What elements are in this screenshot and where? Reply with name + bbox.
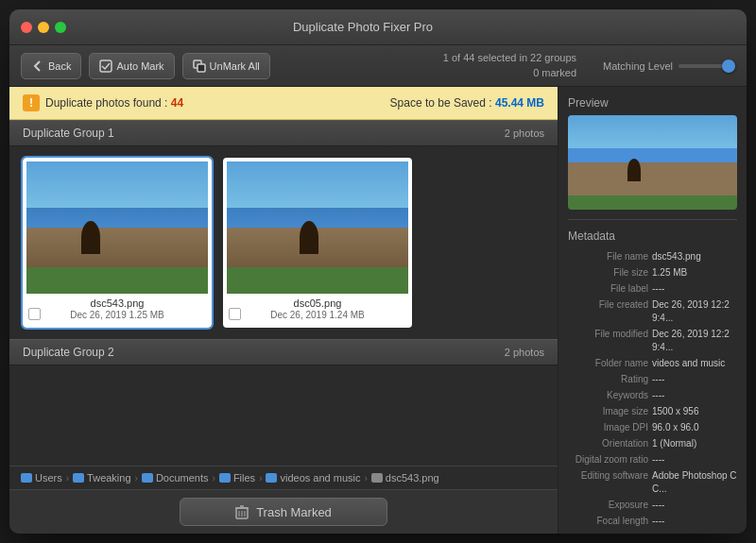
minimize-button[interactable] (38, 22, 49, 33)
breadcrumb-tweaking[interactable]: Tweaking (73, 472, 130, 484)
folder-icon (142, 473, 153, 483)
metadata-row: Orientation 1 (Normal) (568, 437, 737, 450)
back-icon (31, 59, 44, 73)
metadata-row: File created Dec 26, 2019 12:29:4... (568, 298, 737, 325)
meta-key: Folder name (568, 357, 648, 370)
meta-key: Digital zoom ratio (568, 453, 648, 467)
selection-info: 1 of 44 selected in 22 groups 0 marked (443, 51, 576, 80)
meta-value: dsc543.png (652, 250, 701, 263)
photo-card-2[interactable]: dsc05.png Dec 26, 2019 1.24 MB (223, 158, 412, 328)
photo-image-1 (26, 161, 208, 294)
left-panel: ! Duplicate photos found : 44 Space to b… (9, 87, 558, 534)
file-icon (371, 473, 383, 483)
close-button[interactable] (21, 22, 32, 33)
metadata-row: File label ---- (568, 282, 737, 296)
meta-key: File modified (568, 328, 648, 341)
unmark-icon (193, 59, 206, 73)
preview-label: Preview (568, 96, 737, 110)
slider-thumb[interactable] (722, 59, 735, 73)
metadata-row: File modified Dec 26, 2019 12:29:4... (568, 328, 737, 354)
meta-key: Image size (568, 405, 648, 418)
photo-card-1[interactable]: dsc543.png Dec 26, 2019 1.25 MB (23, 158, 212, 328)
back-button[interactable]: Back (21, 53, 81, 79)
auto-mark-icon (99, 59, 112, 73)
fullscreen-button[interactable] (55, 22, 66, 33)
traffic-lights (21, 22, 66, 33)
matching-level-slider[interactable] (679, 64, 735, 68)
meta-key: File label (568, 282, 648, 296)
meta-key: Focal length (568, 515, 648, 528)
metadata-row: Editing software Adobe Photoshop CC... (568, 469, 737, 496)
breadcrumb-files[interactable]: Files (219, 472, 255, 484)
meta-value: ---- (652, 499, 664, 512)
trash-icon (235, 504, 249, 519)
unmark-all-button[interactable]: UnMark All (182, 53, 270, 79)
right-panel: Preview Metadata File name dsc543.png Fi… (558, 87, 747, 534)
meta-value: videos and music (652, 357, 725, 370)
breadcrumb: Users › Tweaking › Documents › Files › (9, 466, 558, 489)
meta-value: 1 (Normal) (652, 437, 696, 450)
metadata-row: File name dsc543.png (568, 250, 737, 263)
meta-value: ---- (652, 389, 664, 402)
preview-image (568, 115, 737, 210)
main-content: ! Duplicate photos found : 44 Space to b… (9, 87, 747, 534)
svg-rect-0 (100, 60, 112, 72)
warning-icon: ! (23, 94, 40, 111)
duplicate-count-label: Duplicate photos found : 44 (45, 96, 183, 110)
metadata-rows: File name dsc543.png File size 1.25 MB F… (568, 250, 737, 528)
photo-scroll-area[interactable]: Duplicate Group 1 2 photos (9, 120, 558, 466)
meta-value: Dec 26, 2019 12:29:4... (652, 328, 737, 354)
metadata-row: Rating ---- (568, 373, 737, 386)
meta-key: File name (568, 250, 648, 263)
metadata-row: Focal length ---- (568, 515, 737, 528)
space-saved-label: Space to be Saved : 45.44 MB (390, 96, 544, 110)
metadata-row: Image size 1500 x 956 (568, 405, 737, 418)
meta-key: Editing software (568, 469, 648, 483)
meta-value: ---- (652, 453, 664, 467)
metadata-row: File size 1.25 MB (568, 266, 737, 280)
meta-key: Rating (568, 373, 648, 386)
svg-rect-2 (198, 64, 205, 72)
group-header-2: Duplicate Group 2 2 photos (9, 339, 558, 365)
folder-icon (266, 473, 277, 483)
meta-value: Adobe Photoshop CC... (652, 469, 737, 496)
group-header-1: Duplicate Group 1 2 photos (9, 120, 558, 146)
metadata-row: Image DPI 96.0 x 96.0 (568, 421, 737, 434)
metadata-row: Folder name videos and music (568, 357, 737, 370)
breadcrumb-users[interactable]: Users (21, 472, 62, 484)
auto-mark-button[interactable]: Auto Mark (89, 53, 174, 79)
meta-value: Dec 26, 2019 12:29:4... (652, 298, 737, 325)
stats-bar: ! Duplicate photos found : 44 Space to b… (9, 87, 558, 120)
breadcrumb-file[interactable]: dsc543.png (371, 472, 439, 484)
trash-bar: Trash Marked (9, 489, 558, 534)
meta-key: Exposure (568, 499, 648, 512)
metadata-row: Digital zoom ratio ---- (568, 453, 737, 467)
meta-key: Image DPI (568, 421, 648, 434)
photo-checkbox-2[interactable] (229, 308, 241, 320)
meta-key: File created (568, 298, 648, 312)
breadcrumb-documents[interactable]: Documents (142, 472, 209, 484)
metadata-label: Metadata (568, 229, 737, 243)
folder-icon (73, 473, 84, 483)
metadata-row: Exposure ---- (568, 499, 737, 512)
photo-checkbox-1[interactable] (28, 308, 41, 320)
preview-section: Preview (558, 87, 747, 219)
metadata-row: Keywords ---- (568, 389, 737, 402)
meta-value: 1.25 MB (652, 266, 687, 280)
meta-value: ---- (652, 282, 664, 296)
meta-key: File size (568, 266, 648, 280)
photo-grid-1: dsc543.png Dec 26, 2019 1.25 MB (9, 146, 558, 339)
meta-key: Orientation (568, 437, 648, 450)
meta-key: Keywords (568, 389, 648, 402)
breadcrumb-videos[interactable]: videos and music (266, 472, 360, 484)
metadata-section: Metadata File name dsc543.png File size … (558, 220, 747, 534)
meta-value: 1500 x 956 (652, 405, 699, 418)
trash-marked-button[interactable]: Trash Marked (180, 498, 387, 526)
photo-info-2: dsc05.png Dec 26, 2019 1.24 MB (227, 294, 408, 320)
app-window: Duplicate Photo Fixer Pro Back Auto Mark… (9, 9, 747, 534)
meta-value: ---- (652, 373, 664, 386)
toolbar: Back Auto Mark UnMark All 1 of 44 select… (9, 45, 747, 87)
folder-icon (21, 473, 32, 483)
title-bar: Duplicate Photo Fixer Pro (9, 9, 747, 45)
photo-info-1: dsc543.png Dec 26, 2019 1.25 MB (26, 294, 208, 320)
